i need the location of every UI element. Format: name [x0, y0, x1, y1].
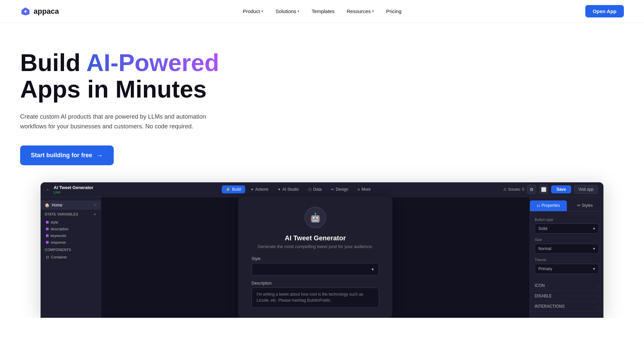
- back-arrow-icon: ←: [46, 187, 50, 192]
- panel-disable-row[interactable]: DISABLE ›: [530, 291, 603, 301]
- interactions-row-arrow: ›: [597, 304, 599, 308]
- cta-arrow-icon: →: [96, 152, 103, 159]
- tab-ai-studio[interactable]: ✦ AI Studio: [274, 185, 303, 193]
- tab-actions[interactable]: ✦ Actions: [247, 185, 272, 193]
- panel-tabs: ⚏ Properties ✏ Styles: [530, 200, 603, 212]
- size-chevron-icon: ▾: [593, 246, 595, 251]
- var-keywords[interactable]: keywords: [41, 232, 101, 239]
- var-dot-icon: [46, 221, 49, 224]
- solutions-chevron-icon: ▾: [298, 9, 300, 13]
- panel-icon-row[interactable]: ICON ›: [530, 281, 603, 291]
- var-style[interactable]: style: [41, 219, 101, 226]
- hero-section: Build AI-Powered Apps in Minutes Create …: [0, 23, 644, 182]
- app-back-button[interactable]: ←: [46, 187, 50, 192]
- description-field-label: Description: [252, 281, 379, 286]
- home-icon: 🏠: [45, 203, 50, 207]
- style-field-label: Style: [252, 256, 379, 261]
- more-icon: ≡: [358, 187, 360, 191]
- app-title-block: AI Tweet Generator Live: [54, 185, 93, 194]
- actions-icon: ✦: [251, 187, 254, 192]
- container-icon: ⊡: [46, 255, 49, 259]
- disable-row-arrow: ›: [597, 294, 599, 298]
- components-header: Components: [41, 246, 101, 254]
- card-subtitle: Generate the most compelling tweet post …: [252, 244, 379, 249]
- tab-styles[interactable]: ✏ Styles: [567, 200, 604, 211]
- canvas-card: 🤖 AI Tweet Generator Generate the most c…: [238, 196, 392, 318]
- design-icon: ✏: [331, 187, 334, 192]
- app-right-panel: ⚏ Properties ✏ Styles Button type Solid …: [530, 197, 603, 318]
- tab-build[interactable]: ⚡ Build: [222, 185, 245, 193]
- size-label: Size: [535, 238, 599, 242]
- sidebar-home-settings-icon: ⚙: [93, 203, 97, 207]
- issues-icon: ⚠: [503, 187, 507, 192]
- var-dot-icon: [46, 228, 49, 230]
- visit-app-button[interactable]: Visit app: [574, 185, 598, 194]
- theme-label: Theme: [535, 258, 599, 262]
- style-select[interactable]: ▾: [252, 263, 379, 276]
- logo-link[interactable]: appaca: [20, 6, 59, 17]
- navbar: appaca Product ▾ Solutions ▾ Templates R…: [0, 0, 644, 23]
- add-var-icon[interactable]: ＋: [93, 212, 97, 217]
- app-canvas: 🤖 AI Tweet Generator Generate the most c…: [101, 197, 530, 318]
- nav-templates[interactable]: Templates: [307, 6, 339, 17]
- size-select[interactable]: Normal ▾: [535, 244, 599, 254]
- var-dot-icon: [46, 234, 49, 237]
- description-textarea[interactable]: I'm writing a tweet about how cool is th…: [252, 288, 379, 308]
- panel-interactions-row[interactable]: INTERACTIONS ›: [530, 301, 603, 312]
- theme-select[interactable]: Primary ▾: [535, 264, 599, 274]
- logo-icon: [20, 6, 31, 17]
- button-type-label: Button type: [535, 218, 599, 222]
- settings-icon-button[interactable]: ⚙: [527, 185, 536, 194]
- state-vars-header: State variables ＋: [41, 210, 101, 219]
- var-response[interactable]: response: [41, 239, 101, 246]
- issues-badge: ⚠ Issues: 0: [503, 187, 524, 192]
- var-dot-icon: [46, 241, 49, 244]
- icon-row-arrow: ›: [597, 284, 599, 288]
- nav-solutions[interactable]: Solutions ▾: [271, 6, 304, 17]
- tab-data[interactable]: ⬡ Data: [304, 185, 326, 193]
- ai-studio-icon: ✦: [278, 187, 281, 192]
- sidebar-home[interactable]: 🏠 Home ⚙: [41, 200, 101, 210]
- theme-chevron-icon: ▾: [593, 266, 595, 271]
- app-live-status: Live: [54, 190, 93, 194]
- card-title: AI Tweet Generator: [252, 234, 379, 242]
- select-chevron-icon: ▾: [372, 267, 374, 272]
- tab-design[interactable]: ✏ Design: [327, 185, 352, 193]
- brand-name: appaca: [34, 7, 59, 16]
- nav-links: Product ▾ Solutions ▾ Templates Resource…: [238, 6, 406, 17]
- app-logo-icon: 🤖: [305, 207, 326, 228]
- product-chevron-icon: ▾: [261, 9, 263, 13]
- resources-chevron-icon: ▾: [372, 9, 374, 13]
- sidebar-container[interactable]: ⊡ Container: [41, 254, 101, 261]
- data-icon: ⬡: [308, 187, 312, 192]
- app-sidebar: 🏠 Home ⚙ State variables ＋ style descrip…: [41, 197, 101, 318]
- hero-subtitle: Create custom AI products that are power…: [20, 112, 228, 131]
- preview-icon-button[interactable]: ⬜: [539, 185, 548, 194]
- button-type-section: Button type Solid ▾ Size Normal ▾ Theme …: [530, 215, 603, 281]
- tab-more[interactable]: ≡ More: [354, 185, 375, 193]
- button-type-chevron-icon: ▾: [593, 226, 595, 231]
- app-tabs: ⚡ Build ✦ Actions ✦ AI Studio ⬡ Data ✏: [222, 185, 375, 193]
- app-body: 🏠 Home ⚙ State variables ＋ style descrip…: [41, 197, 603, 318]
- app-screenshot: ← AI Tweet Generator Live ⚡ Build ✦ Acti…: [40, 182, 604, 318]
- hero-cta-button[interactable]: Start building for free →: [20, 145, 114, 165]
- nav-product[interactable]: Product ▾: [238, 6, 268, 17]
- app-topbar-right: ⚠ Issues: 0 ⚙ ⬜ Save Visit app: [503, 185, 598, 194]
- var-description[interactable]: description: [41, 226, 101, 232]
- tab-properties[interactable]: ⚏ Properties: [530, 200, 567, 211]
- build-icon: ⚡: [226, 187, 230, 192]
- hero-title-gradient: AI-Powered: [86, 49, 219, 76]
- screenshot-section: ← AI Tweet Generator Live ⚡ Build ✦ Acti…: [0, 182, 644, 318]
- app-topbar: ← AI Tweet Generator Live ⚡ Build ✦ Acti…: [41, 182, 603, 197]
- app-title-name: AI Tweet Generator: [54, 185, 93, 190]
- nav-resources[interactable]: Resources ▾: [342, 6, 379, 17]
- nav-pricing[interactable]: Pricing: [381, 6, 406, 17]
- hero-title: Build AI-Powered Apps in Minutes: [20, 50, 624, 103]
- save-button[interactable]: Save: [551, 185, 571, 193]
- button-type-select[interactable]: Solid ▾: [535, 224, 599, 234]
- open-app-button[interactable]: Open App: [585, 5, 624, 17]
